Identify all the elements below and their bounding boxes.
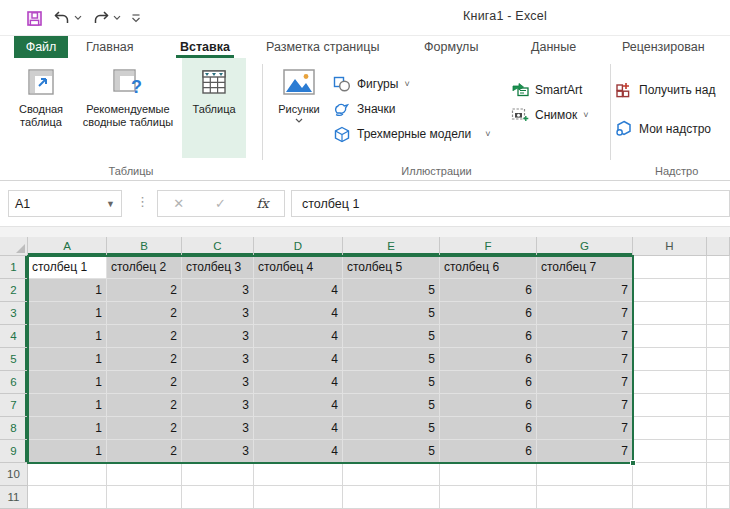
cell-A8[interactable]: 1	[28, 417, 107, 440]
cell-E8[interactable]: 5	[343, 417, 440, 440]
cell-A1[interactable]: столбец 1	[28, 256, 107, 279]
cell-A2[interactable]: 1	[28, 279, 107, 302]
formula-bar-resize-handle[interactable]: ⋮	[136, 194, 149, 209]
cell-col91[interactable]	[707, 256, 730, 279]
row-header-10[interactable]: 10	[0, 463, 28, 486]
cell-A4[interactable]: 1	[28, 325, 107, 348]
cell-C9[interactable]: 3	[182, 440, 254, 463]
cancel-button[interactable]: ✕	[173, 196, 184, 211]
cell-H2[interactable]	[633, 279, 707, 302]
insert-function-button[interactable]: fx	[256, 196, 268, 211]
cell-E5[interactable]: 5	[343, 348, 440, 371]
tab-review[interactable]: Рецензирован	[622, 36, 705, 58]
cell-A11[interactable]	[28, 486, 107, 509]
cell-A3[interactable]: 1	[28, 302, 107, 325]
3d-models-dropdown-icon[interactable]: ˅	[485, 129, 490, 139]
cell-B5[interactable]: 2	[107, 348, 182, 371]
pictures-button[interactable]: Рисунки	[269, 58, 329, 158]
row-header-7[interactable]: 7	[0, 394, 28, 417]
formula-input[interactable]: столбец 1	[291, 190, 730, 217]
cell-G9[interactable]: 7	[537, 440, 633, 463]
cell-D11[interactable]	[254, 486, 343, 509]
row-header-5[interactable]: 5	[0, 348, 28, 371]
tab-file[interactable]: Файл	[14, 36, 68, 58]
save-button[interactable]	[26, 10, 43, 27]
row-header-2[interactable]: 2	[0, 279, 28, 302]
cell-F1[interactable]: столбец 6	[440, 256, 537, 279]
cell-B11[interactable]	[107, 486, 182, 509]
my-addins-button[interactable]: Мои надстро	[611, 116, 730, 141]
cell-B10[interactable]	[107, 463, 182, 486]
cell-F9[interactable]: 6	[440, 440, 537, 463]
recommended-pivot-tables-button[interactable]: ? Рекомендуемые сводные таблицы	[74, 58, 182, 158]
tab-formulas[interactable]: Формулы	[424, 36, 478, 58]
cell-F4[interactable]: 6	[440, 325, 537, 348]
cell-col911[interactable]	[707, 486, 730, 509]
cell-col97[interactable]	[707, 394, 730, 417]
redo-button[interactable]	[92, 10, 121, 26]
cell-D4[interactable]: 4	[254, 325, 343, 348]
cell-B6[interactable]: 2	[107, 371, 182, 394]
cell-B2[interactable]: 2	[107, 279, 182, 302]
row-header-9[interactable]: 9	[0, 440, 28, 463]
row-header-6[interactable]: 6	[0, 371, 28, 394]
cell-B3[interactable]: 2	[107, 302, 182, 325]
column-header-A[interactable]: A	[28, 237, 107, 256]
cell-G2[interactable]: 7	[537, 279, 633, 302]
cell-col94[interactable]	[707, 325, 730, 348]
cell-G4[interactable]: 7	[537, 325, 633, 348]
cell-C3[interactable]: 3	[182, 302, 254, 325]
column-header-partial[interactable]	[707, 237, 730, 256]
enter-button[interactable]: ✓	[215, 196, 226, 211]
tab-home[interactable]: Главная	[86, 36, 134, 58]
cell-H4[interactable]	[633, 325, 707, 348]
cell-col96[interactable]	[707, 371, 730, 394]
cell-F7[interactable]: 6	[440, 394, 537, 417]
cell-col99[interactable]	[707, 440, 730, 463]
cell-F6[interactable]: 6	[440, 371, 537, 394]
cell-E7[interactable]: 5	[343, 394, 440, 417]
cell-E4[interactable]: 5	[343, 325, 440, 348]
tab-insert[interactable]: Вставка	[176, 36, 234, 58]
cell-H8[interactable]	[633, 417, 707, 440]
cell-G8[interactable]: 7	[537, 417, 633, 440]
shapes-button[interactable]: Фигуры ˅	[329, 72, 507, 97]
cell-H5[interactable]	[633, 348, 707, 371]
cell-D6[interactable]: 4	[254, 371, 343, 394]
cell-B9[interactable]: 2	[107, 440, 182, 463]
redo-dropdown-icon[interactable]	[113, 15, 121, 21]
column-header-C[interactable]: C	[182, 237, 254, 256]
cell-C7[interactable]: 3	[182, 394, 254, 417]
cell-D7[interactable]: 4	[254, 394, 343, 417]
cell-B8[interactable]: 2	[107, 417, 182, 440]
row-header-3[interactable]: 3	[0, 302, 28, 325]
shapes-dropdown-icon[interactable]: ˅	[404, 79, 409, 89]
get-addins-button[interactable]: Получить над	[611, 77, 730, 102]
cell-H7[interactable]	[633, 394, 707, 417]
cell-G1[interactable]: столбец 7	[537, 256, 633, 279]
cell-col98[interactable]	[707, 417, 730, 440]
column-header-F[interactable]: F	[440, 237, 537, 256]
column-header-E[interactable]: E	[343, 237, 440, 256]
tab-page-layout[interactable]: Разметка страницы	[266, 36, 379, 58]
pictures-dropdown-icon[interactable]	[295, 118, 303, 124]
row-header-11[interactable]: 11	[0, 486, 28, 509]
screenshot-dropdown-icon[interactable]: ˅	[583, 110, 588, 120]
pivot-table-button[interactable]: Сводная таблица	[8, 58, 74, 158]
cell-H3[interactable]	[633, 302, 707, 325]
cell-col93[interactable]	[707, 302, 730, 325]
name-box-dropdown-icon[interactable]: ▼	[106, 199, 115, 209]
cell-H10[interactable]	[633, 463, 707, 486]
cell-E1[interactable]: столбец 5	[343, 256, 440, 279]
smartart-button[interactable]: SmartArt	[507, 77, 607, 102]
cell-C5[interactable]: 3	[182, 348, 254, 371]
cell-C11[interactable]	[182, 486, 254, 509]
cell-D3[interactable]: 4	[254, 302, 343, 325]
cell-A10[interactable]	[28, 463, 107, 486]
cell-B1[interactable]: столбец 2	[107, 256, 182, 279]
name-box[interactable]: A1 ▼	[8, 190, 122, 217]
column-header-G[interactable]: G	[537, 237, 633, 256]
cell-D10[interactable]	[254, 463, 343, 486]
cell-D8[interactable]: 4	[254, 417, 343, 440]
table-button[interactable]: Таблица	[182, 58, 246, 158]
